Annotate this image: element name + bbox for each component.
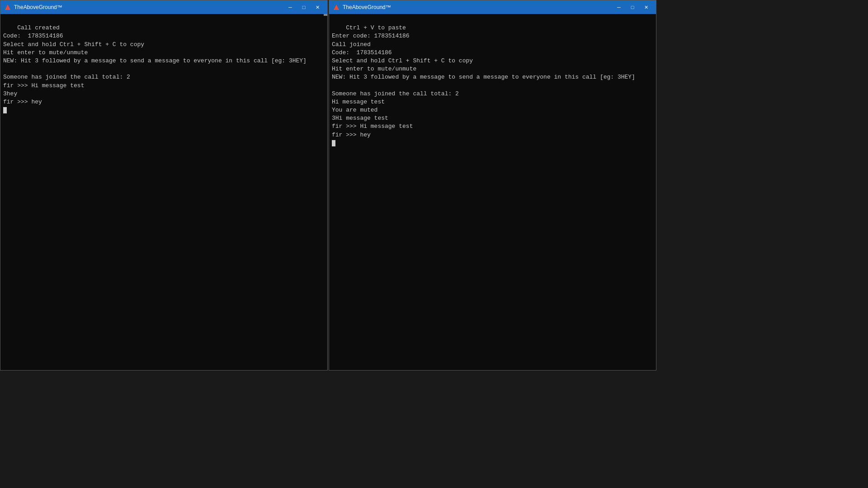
right-title-bar-left: TheAboveGround™ — [333, 4, 391, 11]
right-maximize-button[interactable]: □ — [626, 3, 639, 12]
left-minimize-button[interactable]: ─ — [284, 3, 297, 12]
left-title-bar: TheAboveGround™ ─ □ ✕ — [0, 0, 327, 14]
right-minimize-button[interactable]: ─ — [613, 3, 625, 12]
left-app-icon — [4, 4, 11, 11]
left-terminal-content[interactable]: Call created Code: 1783514186 Select and… — [0, 14, 327, 370]
right-cursor — [332, 140, 335, 146]
right-window-title: TheAboveGround™ — [343, 4, 391, 10]
left-window-title: TheAboveGround™ — [14, 4, 62, 10]
right-window-controls: ─ □ ✕ — [613, 3, 652, 12]
right-terminal-content[interactable]: Ctrl + V to paste Enter code: 1783514186… — [329, 14, 656, 370]
left-title-bar-left: TheAboveGround™ — [4, 4, 62, 11]
left-scroll-indicator — [324, 14, 327, 16]
right-terminal-text: Ctrl + V to paste Enter code: 1783514186… — [332, 24, 635, 138]
left-close-button[interactable]: ✕ — [311, 3, 324, 12]
right-terminal-window: TheAboveGround™ ─ □ ✕ Ctrl + V to paste … — [329, 0, 656, 371]
left-window-controls: ─ □ ✕ — [284, 3, 324, 12]
svg-marker-0 — [5, 5, 10, 10]
left-terminal-text: Call created Code: 1783514186 Select and… — [3, 24, 307, 105]
right-app-icon — [333, 4, 340, 11]
left-cursor — [3, 107, 7, 113]
left-terminal-window: TheAboveGround™ ─ □ ✕ Call created Code:… — [0, 0, 328, 371]
right-title-bar: TheAboveGround™ ─ □ ✕ — [329, 0, 656, 14]
left-maximize-button[interactable]: □ — [297, 3, 310, 12]
svg-marker-1 — [334, 5, 339, 10]
right-close-button[interactable]: ✕ — [640, 3, 652, 12]
